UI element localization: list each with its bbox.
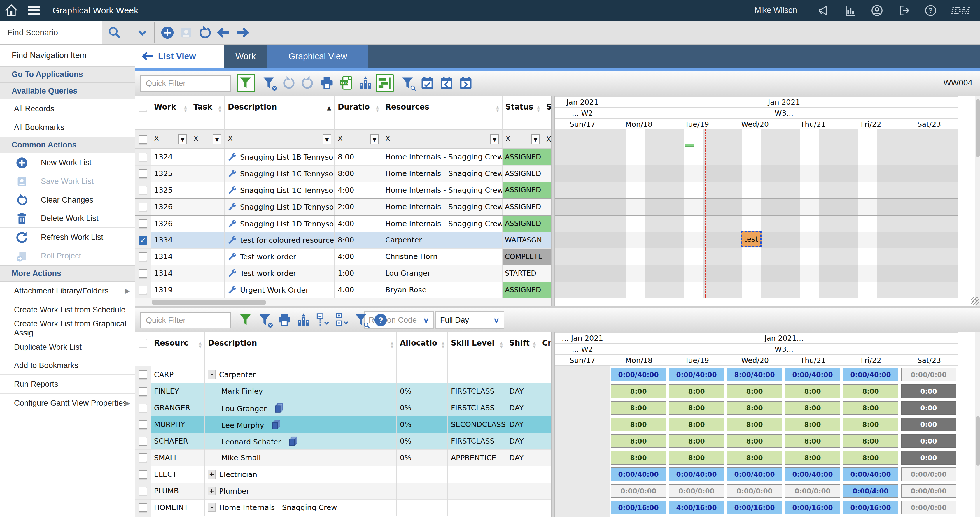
search-icon[interactable] xyxy=(107,25,122,40)
allocation-cell[interactable]: 0:00/16:00 xyxy=(785,501,840,514)
allocation-cell[interactable]: 0:00/40:00 xyxy=(669,468,724,481)
allocation-cell[interactable]: 0:00/16:00 xyxy=(727,501,782,514)
work-row-1319[interactable]: 1319Urgent Work Order4:00Bryan RoseASSIG… xyxy=(135,282,551,298)
sidebar-section-go-to-applications[interactable]: Go To Applications xyxy=(0,66,135,83)
gantt-day-thu-21[interactable]: Thu/21 xyxy=(784,355,842,366)
row-checkbox[interactable] xyxy=(135,282,151,298)
collapse-icon[interactable]: - xyxy=(208,370,216,379)
collapse-icon[interactable]: - xyxy=(208,503,216,512)
sidebar-item-create-work-list-from-graphical-assig[interactable]: Create Work List from Graphical Assig... xyxy=(0,319,135,338)
interval-select[interactable]: Full Day ∨ xyxy=(436,311,504,329)
column-header-work[interactable]: Work▲▼ xyxy=(151,96,190,130)
allocation-cell[interactable]: 0:00 xyxy=(901,384,956,398)
tab-graphical-view[interactable]: Graphical View xyxy=(267,45,368,68)
filter-dropdown-icon[interactable]: ▼ xyxy=(178,134,187,144)
sort-icon[interactable]: ▲▼ xyxy=(533,341,536,349)
row-checkbox[interactable] xyxy=(135,383,151,400)
gantt-day-thu-21[interactable]: Thu/21 xyxy=(784,119,842,130)
allocation-vscrollbar[interactable] xyxy=(975,332,980,517)
resource-row-homeint[interactable]: HOMEINT-Home Internals - Snagging Crew xyxy=(135,499,551,516)
allocation-cell[interactable]: 8:00 xyxy=(727,384,782,398)
resource-row-carp[interactable]: CARP-Carpenter xyxy=(135,366,551,383)
row-checkbox[interactable] xyxy=(135,466,151,483)
allocation-cell[interactable]: 0:00/0:00 xyxy=(901,468,956,481)
org-filter-icon[interactable] xyxy=(356,74,374,92)
allocation-cell[interactable]: 8:00 xyxy=(843,418,898,431)
resource-row-murphy[interactable]: MURPHYLee Murphy0%SECONDCLASSDAY xyxy=(135,416,551,433)
gantt-settings-icon[interactable] xyxy=(375,74,394,92)
sidebar-section-common-actions[interactable]: Common Actions xyxy=(0,137,135,153)
row-checkbox[interactable] xyxy=(135,449,151,466)
gantt-day-sat-23[interactable]: Sat/23 xyxy=(900,355,958,366)
chart-icon[interactable] xyxy=(844,4,857,17)
sidebar-item-all-records[interactable]: All Records xyxy=(0,99,135,118)
sidebar-item-clear-changes[interactable]: Clear Changes xyxy=(0,190,135,209)
allocation-cell[interactable]: 8:00 xyxy=(843,451,898,465)
megaphone-icon[interactable] xyxy=(817,4,830,17)
allocation-cell[interactable]: 8:00 xyxy=(611,434,666,448)
allocation-cell[interactable]: 0:00/40:00 xyxy=(727,468,782,481)
sidebar-item-all-bookmarks[interactable]: All Bookmarks xyxy=(0,118,135,137)
work-quick-filter-input[interactable] xyxy=(140,75,231,92)
sort-icon[interactable]: ▲▼ xyxy=(376,105,379,113)
gantt-day-tue-19[interactable]: Tue/19 xyxy=(668,355,726,366)
allocation-cell[interactable]: 8:00 xyxy=(727,434,782,448)
calendar-apply-icon[interactable] xyxy=(418,74,436,92)
selected-assignment-bar[interactable]: test f xyxy=(741,231,762,247)
allocation-cell[interactable]: 0:00/40:00 xyxy=(611,468,666,481)
allocation-cell[interactable]: 0:00/0:00 xyxy=(901,368,956,382)
work-row-1325[interactable]: 1325Snagging List 1C Tennyso8:00Home Int… xyxy=(135,165,551,182)
help-icon[interactable]: ? xyxy=(372,311,390,329)
column-header-s[interactable]: S xyxy=(543,96,551,130)
find-navigation-input[interactable]: Find Navigation Item xyxy=(0,45,135,66)
filter-cell[interactable]: X▼ xyxy=(224,130,334,149)
resize-grip-icon[interactable] xyxy=(971,297,979,305)
allocation-cell[interactable]: 8:00 xyxy=(669,401,724,415)
expand-all-icon[interactable] xyxy=(333,311,351,329)
logout-icon[interactable] xyxy=(897,4,910,17)
filter-cell[interactable]: X▼ xyxy=(151,130,190,149)
allocation-cell[interactable]: 8:00 xyxy=(669,418,724,431)
allocation-cell[interactable]: 8:00 xyxy=(727,451,782,465)
column-header-resources[interactable]: Resources▲▼ xyxy=(382,96,502,130)
docs-icon[interactable] xyxy=(275,403,283,413)
resources-splitter[interactable] xyxy=(551,332,555,517)
work-gantt-vscrollbar[interactable] xyxy=(975,96,980,306)
allocation-cell[interactable]: 8:00 xyxy=(669,434,724,448)
sidebar-item-new-work-list[interactable]: New Work List xyxy=(0,153,135,172)
column-header-description[interactable]: Description▲ xyxy=(224,96,334,130)
gantt-body[interactable]: test f xyxy=(555,129,975,298)
section-divider[interactable] xyxy=(135,306,980,308)
allocation-cell[interactable]: 8:00 xyxy=(611,418,666,431)
allocation-cell[interactable]: 8:00 xyxy=(843,384,898,398)
work-row-1314[interactable]: 1314Test work order1:00Lou GrangerSTARTE… xyxy=(135,265,551,282)
filter-dropdown-icon[interactable]: ▼ xyxy=(370,134,379,144)
filter-cell[interactable]: X xyxy=(543,130,551,149)
select-all-checkbox[interactable] xyxy=(135,96,151,130)
row-checkbox[interactable] xyxy=(135,483,151,499)
column-header-duratio[interactable]: Duratio▲▼ xyxy=(334,96,382,130)
sort-icon[interactable]: ▲▼ xyxy=(442,341,444,349)
allocation-cell[interactable]: 8:00 xyxy=(843,401,898,415)
gantt-day-fri-22[interactable]: Fri/22 xyxy=(842,355,900,366)
allocation-cell[interactable]: 4:00/16:00 xyxy=(669,501,724,514)
export-xls-icon[interactable]: XLS xyxy=(337,74,355,92)
user-icon[interactable] xyxy=(870,4,883,17)
allocation-cell[interactable]: 0:00/40:00 xyxy=(843,368,898,382)
sort-icon[interactable]: ▲▼ xyxy=(391,341,393,349)
allocation-cell[interactable]: 0:00/0:00 xyxy=(727,484,782,498)
allocation-cell[interactable]: 0:00/4:00 xyxy=(843,484,898,498)
work-table-hscrollbar[interactable] xyxy=(135,298,551,306)
allocation-cell[interactable]: 8:00 xyxy=(785,434,840,448)
org-filter-icon[interactable] xyxy=(294,311,313,329)
filter-cell[interactable]: X▼ xyxy=(190,130,224,149)
tab-work[interactable]: Work xyxy=(224,45,267,68)
gantt-day-mon-18[interactable]: Mon/18 xyxy=(610,355,668,366)
chevron-down-icon[interactable] xyxy=(136,27,149,39)
column-header-description[interactable]: Description▲▼ xyxy=(205,332,397,366)
sidebar-item-duplicate-work-list[interactable]: Duplicate Work List xyxy=(0,338,135,357)
work-row-1325[interactable]: 1325Snagging List 1C Tennyso4:00Home Int… xyxy=(135,182,551,198)
row-checkbox[interactable] xyxy=(135,198,151,215)
filter-dropdown-icon[interactable]: ▼ xyxy=(490,134,499,144)
row-checkbox[interactable] xyxy=(135,248,151,265)
